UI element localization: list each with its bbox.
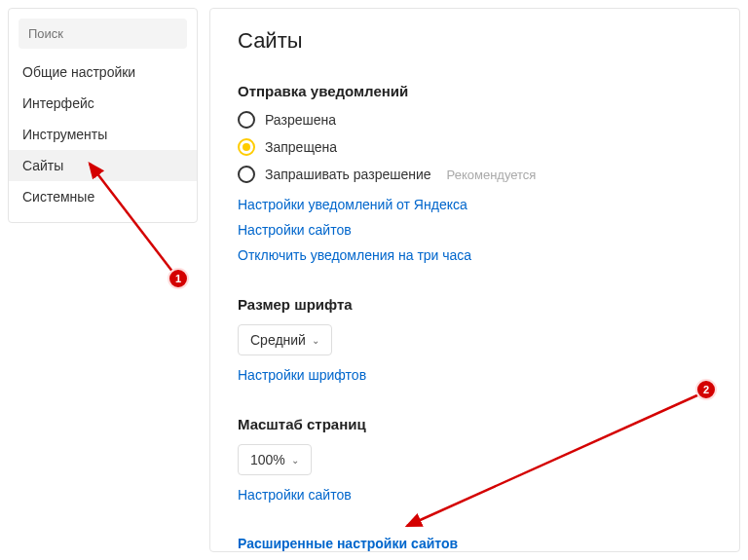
chevron-down-icon: ⌄ bbox=[291, 455, 299, 466]
notifications-links: Настройки уведомлений от Яндекса Настрой… bbox=[238, 197, 712, 263]
radio-label: Запрещена bbox=[265, 139, 337, 155]
sidebar-item-sites[interactable]: Сайты bbox=[9, 150, 197, 181]
link-mute-3h[interactable]: Отключить уведомления на три часа bbox=[238, 247, 712, 263]
link-yandex-notifications[interactable]: Настройки уведомлений от Яндекса bbox=[238, 197, 712, 212]
sidebar-item-interface[interactable]: Интерфейс bbox=[9, 88, 197, 119]
sidebar-item-tools[interactable]: Инструменты bbox=[9, 119, 197, 150]
advanced-section: Расширенные настройки сайтов bbox=[238, 536, 712, 551]
link-font-settings[interactable]: Настройки шрифтов bbox=[238, 367, 366, 383]
link-zoom-site-settings[interactable]: Настройки сайтов bbox=[238, 487, 352, 503]
radio-icon bbox=[238, 166, 255, 183]
font-size-section: Размер шрифта Средний ⌄ Настройки шрифто… bbox=[238, 296, 712, 383]
chevron-down-icon: ⌄ bbox=[312, 335, 319, 346]
page-zoom-section: Масштаб страниц 100% ⌄ Настройки сайтов bbox=[238, 416, 712, 503]
font-size-value: Средний bbox=[250, 332, 306, 348]
radio-label: Запрашивать разрешение bbox=[265, 167, 431, 182]
sidebar: Общие настройки Интерфейс Инструменты Са… bbox=[8, 8, 198, 223]
main-panel: Сайты Отправка уведомлений Разрешена Зап… bbox=[209, 8, 740, 552]
radio-icon bbox=[238, 138, 255, 156]
notifications-heading: Отправка уведомлений bbox=[238, 83, 712, 99]
font-size-dropdown[interactable]: Средний ⌄ bbox=[238, 324, 332, 355]
notifications-radio-group: Разрешена Запрещена Запрашивать разрешен… bbox=[238, 111, 712, 183]
radio-blocked[interactable]: Запрещена bbox=[238, 138, 712, 156]
radio-hint: Рекомендуется bbox=[447, 168, 537, 182]
radio-allowed[interactable]: Разрешена bbox=[238, 111, 712, 129]
search-input[interactable] bbox=[19, 19, 187, 49]
notifications-section: Отправка уведомлений Разрешена Запрещена… bbox=[238, 83, 712, 263]
sidebar-item-system[interactable]: Системные bbox=[9, 181, 197, 212]
font-size-heading: Размер шрифта bbox=[238, 296, 712, 313]
search-box bbox=[19, 19, 187, 49]
page-zoom-heading: Масштаб страниц bbox=[238, 416, 712, 432]
radio-ask[interactable]: Запрашивать разрешение Рекомендуется bbox=[238, 166, 712, 183]
page-zoom-value: 100% bbox=[250, 452, 285, 467]
page-title: Сайты bbox=[238, 28, 712, 54]
radio-icon bbox=[238, 111, 255, 129]
link-advanced-site-settings[interactable]: Расширенные настройки сайтов bbox=[238, 536, 458, 551]
radio-label: Разрешена bbox=[265, 112, 336, 128]
page-zoom-dropdown[interactable]: 100% ⌄ bbox=[238, 444, 312, 475]
link-site-settings[interactable]: Настройки сайтов bbox=[238, 222, 712, 238]
sidebar-item-general[interactable]: Общие настройки bbox=[9, 56, 197, 88]
